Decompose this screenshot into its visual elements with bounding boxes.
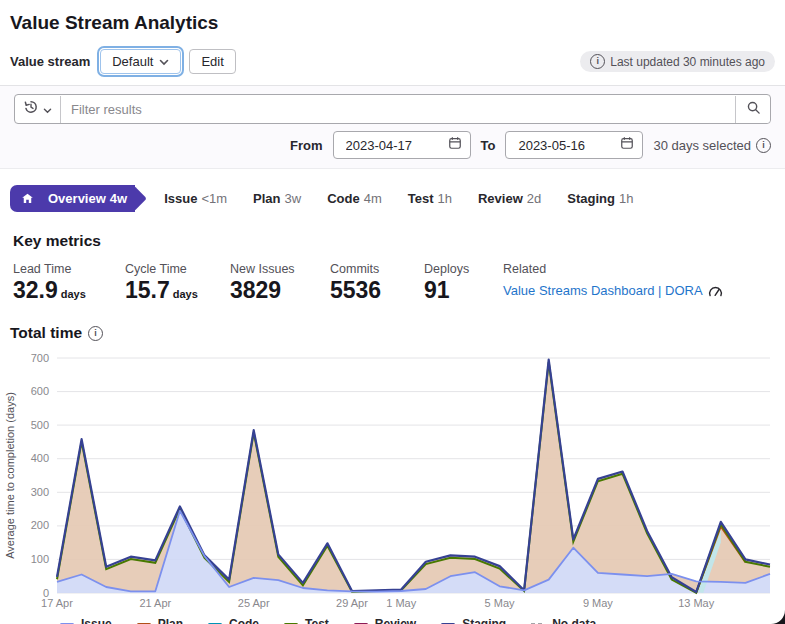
to-label: To: [481, 138, 496, 153]
metric-value: 91: [424, 278, 503, 303]
tab-duration: 2d: [527, 191, 541, 206]
toolbar: Value stream Default Edit i Last updated…: [10, 49, 775, 74]
value-stream-label: Value stream: [10, 54, 90, 69]
y-tick-label: 100: [31, 553, 49, 565]
metric-label: Cycle Time: [125, 262, 230, 276]
x-tick-label: 25 Apr: [238, 597, 270, 609]
legend-label: Staging: [462, 617, 506, 624]
last-updated-badge: i Last updated 30 minutes ago: [580, 51, 775, 72]
tab-label: Review: [478, 191, 523, 206]
tab-label: Code: [327, 191, 360, 206]
legend-label: Plan: [158, 617, 183, 624]
search-button[interactable]: [735, 96, 770, 123]
total-time-heading: Total time i: [10, 324, 785, 342]
total-time-title: Total time: [10, 324, 82, 342]
metric-label: New Issues: [230, 262, 330, 276]
stage-tabs: Overview4wIssue<1mPlan3wCode4mTest1hRevi…: [10, 185, 775, 212]
metric-new-issues: New Issues3829: [230, 262, 330, 303]
y-axis-title: Average time to completion (days): [4, 392, 16, 559]
y-tick-label: 300: [31, 486, 49, 498]
metric-value: 3829: [230, 278, 330, 303]
tab-duration: 1h: [438, 191, 452, 206]
info-icon: i: [756, 138, 771, 153]
legend-item-code[interactable]: Code: [208, 617, 259, 624]
y-tick-label: 700: [31, 352, 49, 364]
chevron-down-icon: [159, 54, 169, 69]
related-block: RelatedValue Streams Dashboard | DORA: [503, 262, 723, 303]
tab-duration: 4w: [110, 191, 127, 206]
filter-search-box: [14, 94, 771, 124]
legend-label: No data: [552, 617, 596, 624]
from-label: From: [290, 138, 323, 153]
legend-item-plan[interactable]: Plan: [137, 617, 183, 624]
x-tick-label: 5 May: [485, 597, 515, 609]
legend-item-no-data[interactable]: No data: [531, 617, 596, 624]
recent-searches-dropdown[interactable]: [15, 99, 60, 119]
filter-results-input[interactable]: [61, 102, 735, 117]
tab-test[interactable]: Test1h: [395, 185, 465, 212]
metric-unit: days: [61, 288, 86, 300]
legend-label: Issue: [81, 617, 112, 624]
metric-value: 5536: [330, 278, 424, 303]
to-date-field[interactable]: [505, 131, 643, 159]
search-icon: [746, 100, 761, 119]
tab-duration: 3w: [285, 191, 302, 206]
x-tick-label: 9 May: [583, 597, 613, 609]
value-stream-dropdown-value: Default: [112, 54, 153, 69]
tab-review[interactable]: Review2d: [465, 185, 554, 212]
y-tick-label: 500: [31, 419, 49, 431]
window-corner: [771, 610, 785, 624]
tab-code[interactable]: Code4m: [314, 185, 395, 212]
tab-overview[interactable]: Overview4w: [10, 185, 135, 212]
x-tick-label: 21 Apr: [139, 597, 171, 609]
y-tick-label: 400: [31, 452, 49, 464]
legend-label: Code: [229, 617, 259, 624]
info-icon[interactable]: i: [88, 326, 103, 341]
home-icon: [21, 192, 39, 205]
legend-label: Review: [375, 617, 416, 624]
metric-value: 32.9days: [13, 278, 125, 303]
chevron-down-icon: [43, 100, 52, 118]
from-date-field[interactable]: [333, 131, 471, 159]
x-tick-label: 13 May: [678, 597, 715, 609]
page-title: Value Stream Analytics: [10, 12, 785, 34]
legend-item-review[interactable]: Review: [354, 617, 416, 624]
related-dashboards-link[interactable]: Value Streams Dashboard | DORA: [503, 283, 723, 298]
tab-duration: 4m: [364, 191, 382, 206]
key-metrics-heading: Key metrics: [13, 232, 785, 250]
tab-duration: 1h: [619, 191, 633, 206]
tab-issue[interactable]: Issue<1m: [151, 185, 240, 212]
y-tick-label: 600: [31, 385, 49, 397]
legend-item-staging[interactable]: Staging: [441, 617, 506, 624]
metric-label: Lead Time: [13, 262, 125, 276]
metric-lead-time: Lead Time32.9days: [13, 262, 125, 303]
to-date-input[interactable]: [516, 137, 600, 154]
tab-label: Staging: [567, 191, 615, 206]
metric-label: Commits: [330, 262, 424, 276]
gauge-icon: [708, 284, 723, 297]
legend-item-test[interactable]: Test: [284, 617, 329, 624]
value-stream-analytics-page: Value Stream Analytics Value stream Defa…: [0, 0, 785, 624]
history-icon: [23, 99, 39, 119]
x-tick-label: 17 Apr: [41, 597, 73, 609]
last-updated-text: Last updated 30 minutes ago: [610, 55, 765, 69]
legend-item-issue[interactable]: Issue: [60, 617, 112, 624]
edit-button-label: Edit: [201, 54, 223, 69]
metric-unit: days: [173, 288, 198, 300]
chart-legend: IssuePlanCodeTestReviewStagingNo data: [0, 617, 785, 624]
total-time-chart-svg: 0100200300400500600700Average time to co…: [0, 343, 785, 613]
metric-value: 15.7days: [125, 278, 230, 303]
y-tick-label: 200: [31, 520, 49, 532]
edit-button[interactable]: Edit: [189, 49, 235, 74]
days-selected-summary: 30 days selected i: [653, 138, 771, 153]
key-metrics-row: Lead Time32.9daysCycle Time15.7daysNew I…: [13, 262, 785, 303]
date-range-row: From To 30 days selected i: [14, 131, 771, 159]
value-stream-dropdown[interactable]: Default: [100, 49, 181, 74]
from-date-input[interactable]: [344, 137, 428, 154]
metric-deploys: Deploys91: [424, 262, 503, 303]
tab-staging[interactable]: Staging1h: [554, 185, 646, 212]
stacked-area: [57, 360, 770, 592]
tab-plan[interactable]: Plan3w: [240, 185, 314, 212]
related-label: Related: [503, 262, 723, 276]
metric-commits: Commits5536: [330, 262, 424, 303]
